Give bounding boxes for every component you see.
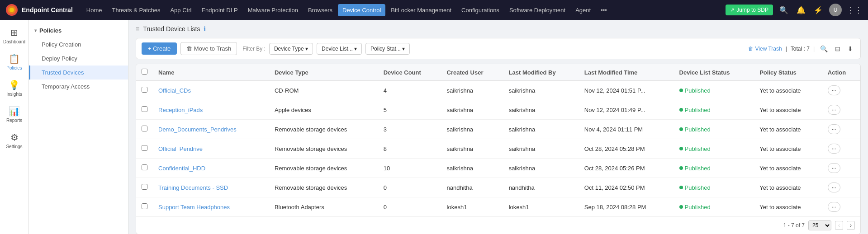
row-name-link-2[interactable]: Demo_Documents_Pendrives <box>158 126 237 133</box>
alert-icon[interactable]: ⚡ <box>812 5 825 15</box>
row-checkbox-6[interactable] <box>142 203 147 209</box>
row-checkbox-cell-1[interactable] <box>136 100 153 120</box>
filter-device-type-button[interactable]: Device Type ▾ <box>269 43 313 55</box>
filter-policy-status-button[interactable]: Policy Stat... ▾ <box>365 43 410 55</box>
row-device-type-3: Removable storage devices <box>269 139 378 159</box>
row-checkbox-cell-2[interactable] <box>136 120 153 139</box>
row-name-link-3[interactable]: Official_Pendrive <box>158 145 203 152</box>
row-checkbox-cell-3[interactable] <box>136 139 153 159</box>
nav-agent[interactable]: Agent <box>571 4 595 16</box>
row-checkbox-3[interactable] <box>142 145 147 151</box>
row-created-user-2: saikrishna <box>441 120 503 139</box>
row-action-6[interactable]: ··· <box>822 197 860 217</box>
prev-page-button[interactable]: ‹ <box>835 221 843 230</box>
row-name-2: Demo_Documents_Pendrives <box>153 120 269 139</box>
sidebar-item-policies[interactable]: 📋 Policies <box>2 50 27 74</box>
row-checkbox-5[interactable] <box>142 184 147 190</box>
nav-configurations[interactable]: Configurations <box>457 4 504 16</box>
nav-endpointdlp[interactable]: Endpoint DLP <box>197 4 242 16</box>
list-icon: ≡ <box>136 25 139 33</box>
select-all-header[interactable] <box>136 64 153 81</box>
action-button-4[interactable]: ··· <box>828 163 840 173</box>
action-button-0[interactable]: ··· <box>828 85 840 95</box>
nav-more[interactable]: ••• <box>596 4 612 16</box>
row-action-3[interactable]: ··· <box>822 139 860 159</box>
col-device-count: Device Count <box>378 64 441 81</box>
row-created-user-1: saikrishna <box>441 100 503 120</box>
app-logo[interactable]: Endpoint Central <box>5 4 73 16</box>
row-checkbox-0[interactable] <box>142 87 147 93</box>
nav-bitlocker[interactable]: BitLocker Management <box>386 4 456 16</box>
menu-item-policy-creation[interactable]: Policy Creation <box>29 37 128 51</box>
action-button-5[interactable]: ··· <box>828 183 840 192</box>
jump-to-sdp-button[interactable]: ↗ Jump to SDP <box>726 5 773 15</box>
row-device-list-status-3: Published <box>674 139 754 159</box>
menu-item-deploy-policy[interactable]: Deploy Policy <box>29 51 128 66</box>
row-name-link-6[interactable]: Support Team Headphones <box>158 204 230 211</box>
info-icon[interactable]: ℹ <box>204 25 206 33</box>
row-checkbox-4[interactable] <box>142 164 147 170</box>
row-device-count-1: 5 <box>378 100 441 120</box>
action-button-1[interactable]: ··· <box>828 105 840 115</box>
next-page-button[interactable]: › <box>847 221 855 230</box>
row-name-link-1[interactable]: Reception_iPads <box>158 107 203 113</box>
trusted-devices-table: Name Device Type Device Count Created Us… <box>136 64 860 217</box>
row-checkbox-2[interactable] <box>142 126 147 131</box>
row-action-1[interactable]: ··· <box>822 100 860 120</box>
row-action-4[interactable]: ··· <box>822 159 860 178</box>
col-device-type: Device Type <box>269 64 378 81</box>
sidebar-item-insights[interactable]: 💡 Insights <box>2 76 27 100</box>
nav-appctr[interactable]: App Ctrl <box>166 4 196 16</box>
sidebar-item-dashboard[interactable]: ⊞ Dashboard <box>2 23 27 48</box>
nav-home[interactable]: Home <box>82 4 107 16</box>
nav-software-deploy[interactable]: Software Deployment <box>505 4 570 16</box>
notifications-icon[interactable]: 🔔 <box>795 5 807 15</box>
table-search-icon[interactable]: 🔍 <box>818 44 830 53</box>
row-action-2[interactable]: ··· <box>822 120 860 139</box>
nav-right: ↗ Jump to SDP 🔍 🔔 ⚡ U ⋮⋮ <box>726 4 863 16</box>
row-checkbox-cell-4[interactable] <box>136 159 153 178</box>
policies-section-header[interactable]: ▾ Policies <box>29 23 128 37</box>
menu-item-trusted-devices[interactable]: Trusted Devices <box>29 66 128 80</box>
menu-item-temporary-access[interactable]: Temporary Access <box>29 80 128 94</box>
row-device-type-4: Removable storage devices <box>269 159 378 178</box>
create-button[interactable]: + Create <box>142 42 177 55</box>
nav-threats[interactable]: Threats & Patches <box>107 4 165 16</box>
search-icon[interactable]: 🔍 <box>778 5 790 15</box>
action-button-3[interactable]: ··· <box>828 144 840 154</box>
row-device-list-status-5: Published <box>674 178 754 197</box>
row-action-5[interactable]: ··· <box>822 178 860 197</box>
table-row: Official_Pendrive Removable storage devi… <box>136 139 860 159</box>
row-policy-status-2: Yet to associate <box>754 120 822 139</box>
select-all-checkbox[interactable] <box>142 69 147 75</box>
sidebar-item-settings[interactable]: ⚙ Settings <box>2 128 27 153</box>
row-device-type-6: Bluetooth Adapters <box>269 197 378 217</box>
row-name-link-0[interactable]: Official_CDs <box>158 87 191 94</box>
table-container: Name Device Type Device Count Created Us… <box>136 64 861 234</box>
sidebar-item-reports[interactable]: 📊 Reports <box>2 102 27 126</box>
avatar[interactable]: U <box>829 4 842 16</box>
nav-browsers[interactable]: Browsers <box>304 4 337 16</box>
row-device-type-0: CD-ROM <box>269 81 378 100</box>
column-toggle-icon[interactable]: ⊟ <box>833 44 842 53</box>
move-to-trash-button[interactable]: 🗑 Move to Trash <box>180 42 237 55</box>
row-name-link-4[interactable]: Confidential_HDD <box>158 165 205 172</box>
row-policy-status-4: Yet to associate <box>754 159 822 178</box>
row-checkbox-cell-5[interactable] <box>136 178 153 197</box>
row-action-0[interactable]: ··· <box>822 81 860 100</box>
filter-device-list-button[interactable]: Device List... ▾ <box>317 43 362 55</box>
view-trash-link[interactable]: 🗑 View Trash <box>748 46 782 52</box>
row-checkbox-1[interactable] <box>142 106 147 112</box>
grid-icon[interactable]: ⋮⋮ <box>846 5 863 15</box>
action-button-2[interactable]: ··· <box>828 124 840 134</box>
nav-device-control[interactable]: Device Control <box>338 4 385 16</box>
nav-malware[interactable]: Malware Protection <box>243 4 303 16</box>
col-name: Name <box>153 64 269 81</box>
row-name-link-5[interactable]: Training Documents - SSD <box>158 184 228 191</box>
page-size-select[interactable]: 25 10 50 100 <box>808 220 831 230</box>
row-checkbox-cell-6[interactable] <box>136 197 153 217</box>
status-dot-0 <box>679 89 683 92</box>
action-button-6[interactable]: ··· <box>828 202 840 212</box>
row-checkbox-cell-0[interactable] <box>136 81 153 100</box>
download-icon[interactable]: ⬇ <box>846 44 855 53</box>
